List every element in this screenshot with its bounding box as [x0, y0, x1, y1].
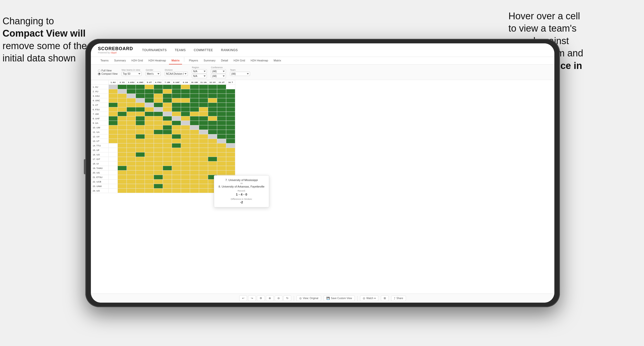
cell-9-12[interactable]	[217, 125, 226, 130]
cell-14-8[interactable]	[181, 148, 190, 152]
cell-12-12[interactable]	[217, 139, 226, 143]
cell-9-8[interactable]	[181, 125, 190, 130]
cell-5-2[interactable]	[127, 107, 136, 112]
cell-16-13[interactable]	[226, 157, 235, 161]
cell-19-5[interactable]	[154, 170, 163, 175]
cell-20-5[interactable]	[154, 175, 163, 180]
cell-17-9[interactable]	[190, 161, 199, 166]
cell-17-0[interactable]	[109, 161, 118, 166]
cell-12-3[interactable]	[136, 139, 145, 143]
cell-23-5[interactable]	[154, 189, 163, 193]
cell-17-10[interactable]	[199, 161, 208, 166]
cell-6-9[interactable]	[190, 112, 199, 116]
full-view-radio[interactable]	[98, 69, 100, 72]
cell-9-9[interactable]	[190, 125, 199, 130]
cell-11-5[interactable]	[154, 134, 163, 139]
cell-4-12[interactable]	[217, 103, 226, 107]
cell-13-3[interactable]	[136, 143, 145, 148]
cell-10-6[interactable]	[163, 130, 172, 134]
cell-8-9[interactable]	[190, 121, 199, 125]
cell-18-1[interactable]	[118, 166, 127, 170]
nav-committee[interactable]: COMMITTEE	[194, 48, 213, 52]
cell-6-1[interactable]	[118, 112, 127, 116]
cell-2-12[interactable]	[217, 94, 226, 98]
tab-matrix-right[interactable]: Matrix	[271, 57, 284, 64]
cell-6-13[interactable]	[226, 112, 235, 116]
cell-9-7[interactable]	[172, 125, 181, 130]
cell-19-1[interactable]	[118, 170, 127, 175]
cell-16-12[interactable]	[217, 157, 226, 161]
cell-14-7[interactable]	[172, 148, 181, 152]
cell-14-2[interactable]	[127, 148, 136, 152]
cell-14-0[interactable]	[109, 148, 118, 152]
cell-6-3[interactable]	[136, 112, 145, 116]
cell-16-7[interactable]	[172, 157, 181, 161]
cell-5-12[interactable]	[217, 107, 226, 112]
cell-17-1[interactable]	[118, 161, 127, 166]
cell-9-5[interactable]	[154, 125, 163, 130]
cell-12-2[interactable]	[127, 139, 136, 143]
cell-2-7[interactable]	[172, 94, 181, 98]
cell-17-12[interactable]	[217, 161, 226, 166]
cell-14-6[interactable]	[163, 148, 172, 152]
cell-3-12[interactable]	[217, 98, 226, 103]
cell-14-9[interactable]	[190, 148, 199, 152]
cell-2-5[interactable]	[154, 94, 163, 98]
cell-0-3[interactable]	[136, 85, 145, 89]
cell-7-6[interactable]	[163, 116, 172, 121]
cell-5-1[interactable]	[118, 107, 127, 112]
cell-4-1[interactable]	[118, 103, 127, 107]
cell-9-11[interactable]	[208, 125, 217, 130]
cell-8-13[interactable]	[226, 121, 235, 125]
cell-14-10[interactable]	[199, 148, 208, 152]
cell-2-0[interactable]	[109, 94, 118, 98]
cell-14-4[interactable]	[145, 148, 154, 152]
cell-7-4[interactable]	[145, 116, 154, 121]
cell-0-0[interactable]	[109, 85, 118, 89]
cell-6-4[interactable]	[145, 112, 154, 116]
cell-4-0[interactable]	[109, 103, 118, 107]
cell-1-5[interactable]	[154, 89, 163, 94]
cell-15-1[interactable]	[118, 152, 127, 157]
cell-22-3[interactable]	[136, 184, 145, 189]
compact-view-radio[interactable]	[98, 73, 100, 75]
tab-matrix-left[interactable]: Matrix	[169, 57, 182, 64]
cell-18-2[interactable]	[127, 166, 136, 170]
watch-button[interactable]: ◎ Watch ▾	[360, 295, 378, 301]
cell-23-0[interactable]	[109, 189, 118, 193]
cell-4-13[interactable]	[226, 103, 235, 107]
cell-22-8[interactable]	[181, 184, 190, 189]
cell-13-8[interactable]	[181, 143, 190, 148]
cell-4-6[interactable]	[163, 103, 172, 107]
cell-0-6[interactable]	[163, 85, 172, 89]
zoom-in-button[interactable]: ⊕	[266, 295, 274, 301]
cell-19-6[interactable]	[163, 170, 172, 175]
cell-7-11[interactable]	[208, 116, 217, 121]
cell-23-3[interactable]	[136, 189, 145, 193]
cell-14-13[interactable]	[226, 148, 235, 152]
cell-7-13[interactable]	[226, 116, 235, 121]
tab-teams[interactable]: Teams	[98, 57, 111, 64]
cell-22-9[interactable]	[190, 184, 199, 189]
cell-2-10[interactable]	[199, 94, 208, 98]
cell-21-3[interactable]	[136, 180, 145, 184]
cell-10-12[interactable]	[217, 130, 226, 134]
undo-button[interactable]: ↩	[239, 295, 247, 301]
cell-20-0[interactable]	[109, 175, 118, 180]
cell-2-2[interactable]	[127, 94, 136, 98]
cell-22-7[interactable]	[172, 184, 181, 189]
conference-select[interactable]: (All)	[211, 69, 226, 73]
cell-6-0[interactable]	[109, 112, 118, 116]
cell-9-10[interactable]	[199, 125, 208, 130]
tab-h2h-heatmap-right[interactable]: H2H Heatmap	[248, 57, 271, 64]
cell-18-10[interactable]	[199, 166, 208, 170]
cell-21-2[interactable]	[127, 180, 136, 184]
cell-14-5[interactable]	[154, 148, 163, 152]
cell-18-0[interactable]	[109, 166, 118, 170]
cell-2-13[interactable]	[226, 94, 235, 98]
cell-2-8[interactable]	[181, 94, 190, 98]
cell-3-8[interactable]	[181, 98, 190, 103]
cell-8-3[interactable]	[136, 121, 145, 125]
cell-16-11[interactable]	[208, 157, 217, 161]
cell-22-0[interactable]	[109, 184, 118, 189]
